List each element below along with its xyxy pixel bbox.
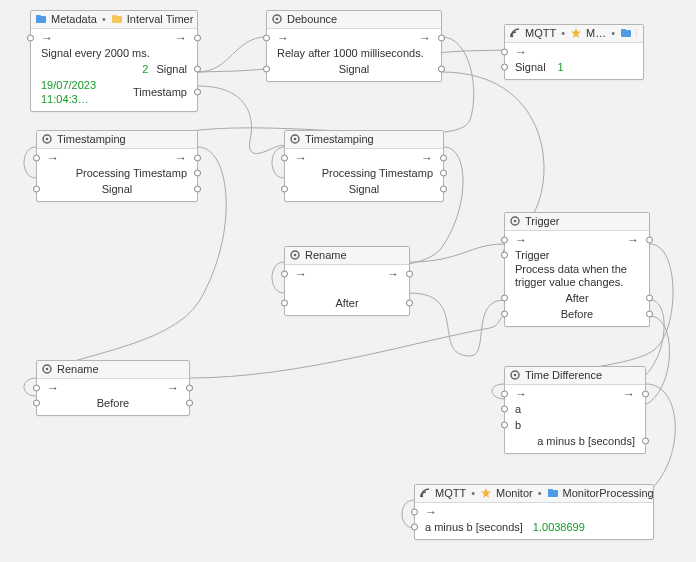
svg-rect-9	[621, 29, 626, 32]
port-out[interactable]	[646, 295, 653, 302]
signal-row: Signal	[37, 181, 197, 197]
port-out[interactable]	[440, 186, 447, 193]
signal-value: 1	[558, 60, 564, 74]
node-header[interactable]: Debounce	[267, 11, 441, 29]
arrow-right-icon: →	[175, 152, 187, 164]
port-out[interactable]	[186, 385, 193, 392]
node-interval-timer[interactable]: Metadata • Interval Timer → → Signal eve…	[30, 10, 198, 112]
port-in[interactable]	[501, 64, 508, 71]
port-in[interactable]	[33, 385, 40, 392]
port-out[interactable]	[646, 311, 653, 318]
port-in[interactable]	[33, 155, 40, 162]
node-timestamping-2[interactable]: Timestamping → → Processing Timestamp Si…	[284, 130, 444, 202]
node-header[interactable]: Timestamping	[37, 131, 197, 149]
port-in[interactable]	[501, 422, 508, 429]
node-debounce[interactable]: Debounce → → Relay after 1000 millisecon…	[266, 10, 442, 82]
arrow-right-icon: →	[167, 382, 179, 394]
timestamp-label: Processing Timestamp	[322, 166, 433, 180]
svg-point-22	[421, 495, 423, 497]
node-body: → → Processing Timestamp Signal	[285, 149, 443, 201]
port-out[interactable]	[440, 170, 447, 177]
port-out[interactable]	[194, 170, 201, 177]
port-in[interactable]	[263, 35, 270, 42]
port-in[interactable]	[33, 186, 40, 193]
port-out[interactable]	[406, 300, 413, 307]
node-header[interactable]: Time Difference	[505, 367, 645, 385]
node-header[interactable]: Timestamping	[285, 131, 443, 149]
arrow-right-icon: →	[419, 32, 431, 44]
port-out[interactable]	[642, 438, 649, 445]
port-in[interactable]	[501, 237, 508, 244]
arrow-right-icon: →	[627, 234, 639, 246]
signal-label: Signal	[295, 182, 433, 196]
port-in[interactable]	[281, 186, 288, 193]
node-time-difference[interactable]: Time Difference → → a b a minus b [secon…	[504, 366, 646, 454]
node-mqtt-signal[interactable]: MQTT • M… • M… → Signal 1	[504, 24, 644, 80]
svg-point-11	[46, 138, 49, 141]
port-in[interactable]	[501, 391, 508, 398]
port-in[interactable]	[281, 271, 288, 278]
port-out[interactable]	[406, 271, 413, 278]
svg-point-13	[294, 138, 297, 141]
signal-row: 2 Signal	[31, 61, 197, 77]
svg-rect-3	[112, 15, 117, 18]
node-body: → → a b a minus b [seconds]	[505, 385, 645, 453]
port-out[interactable]	[194, 155, 201, 162]
node-rename-before[interactable]: Rename → → Before	[36, 360, 190, 416]
title-part: M…	[586, 27, 606, 39]
field-row: Before	[37, 395, 189, 411]
port-in[interactable]	[501, 49, 508, 56]
port-out[interactable]	[194, 89, 201, 96]
pass-row: → →	[37, 151, 197, 165]
node-trigger[interactable]: Trigger → → Trigger Process data when th…	[504, 212, 650, 327]
node-header[interactable]: Trigger	[505, 213, 649, 231]
port-in[interactable]	[281, 300, 288, 307]
mqtt-icon	[509, 27, 521, 39]
signal-row: Signal	[267, 61, 441, 77]
port-in[interactable]	[263, 66, 270, 73]
arrow-right-icon: →	[175, 32, 187, 44]
port-in[interactable]	[27, 35, 34, 42]
arrow-right-icon: →	[47, 152, 59, 164]
node-body: → → Relay after 1000 milliseconds. Signa…	[267, 29, 441, 81]
svg-point-5	[276, 18, 279, 21]
port-in[interactable]	[501, 311, 508, 318]
port-in[interactable]	[281, 155, 288, 162]
node-mqtt-monitor[interactable]: MQTT • Monitor • MonitorProcessingTime →…	[414, 484, 654, 540]
node-header[interactable]: MQTT • M… • M…	[505, 25, 643, 43]
timestamp-label: Timestamp	[133, 85, 187, 99]
node-body: → Signal 1	[505, 43, 643, 79]
port-out[interactable]	[438, 66, 445, 73]
port-out[interactable]	[194, 66, 201, 73]
field-label: After	[295, 296, 399, 310]
port-in[interactable]	[501, 295, 508, 302]
folder-yellow-icon	[111, 13, 123, 25]
folder-blue-icon	[547, 487, 559, 499]
port-in[interactable]	[501, 406, 508, 413]
port-out[interactable]	[642, 391, 649, 398]
port-in[interactable]	[501, 252, 508, 259]
result-value: 1.0038699	[533, 520, 585, 534]
node-rename-after[interactable]: Rename → → After	[284, 246, 410, 316]
node-header[interactable]: Rename	[285, 247, 409, 265]
port-out[interactable]	[646, 237, 653, 244]
title-part: Metadata	[51, 13, 97, 25]
port-out[interactable]	[440, 155, 447, 162]
node-title: Timestamping	[57, 133, 126, 145]
port-out[interactable]	[194, 35, 201, 42]
port-out[interactable]	[194, 186, 201, 193]
arrow-right-icon: →	[295, 268, 307, 280]
node-timestamping-1[interactable]: Timestamping → → Processing Timestamp Si…	[36, 130, 198, 202]
port-in[interactable]	[33, 400, 40, 407]
node-header[interactable]: MQTT • Monitor • MonitorProcessingTime	[415, 485, 653, 503]
svg-point-19	[46, 368, 49, 371]
port-in[interactable]	[411, 524, 418, 531]
desc-row: Process data when the trigger value chan…	[505, 263, 649, 290]
port-in[interactable]	[411, 509, 418, 516]
port-out[interactable]	[186, 400, 193, 407]
node-title: Debounce	[287, 13, 337, 25]
node-header[interactable]: Rename	[37, 361, 189, 379]
port-out[interactable]	[438, 35, 445, 42]
node-header[interactable]: Metadata • Interval Timer	[31, 11, 197, 29]
separator: •	[561, 27, 565, 39]
